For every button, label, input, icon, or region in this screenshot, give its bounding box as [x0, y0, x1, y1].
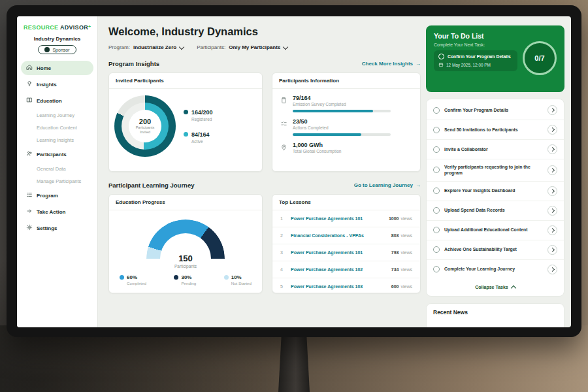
education-progress-card: Education Progress 150 Participants [108, 194, 263, 293]
legend-item: 60% Completed [120, 274, 146, 286]
lesson-row[interactable]: 3 Power Purchase Agreements 101 793views [272, 244, 420, 261]
program-dropdown[interactable]: Program: Industrialize Zero [108, 44, 184, 50]
task-row[interactable]: Upload Spend Data Records [427, 201, 564, 221]
task-row[interactable]: Confirm Your Program Details [427, 101, 564, 120]
task-label: Complete Your Learning Journey [444, 266, 543, 272]
lesson-row[interactable]: 4 Power Purchase Agreements 102 734views [272, 261, 420, 278]
todo-progress-value: 0/7 [534, 54, 544, 62]
legend-label: Registered [191, 117, 213, 122]
task-checkbox[interactable] [433, 167, 440, 173]
task-checkbox[interactable] [433, 107, 440, 114]
program-filter-value: Industrialize Zero [133, 44, 176, 50]
lesson-link[interactable]: Power Purchase Agreements 101 [291, 250, 386, 255]
sidebar-item-label: Education [37, 98, 62, 104]
lesson-link[interactable]: Financial Considerations - VPPAs [291, 233, 386, 238]
lesson-link[interactable]: Power Purchase Agreements 102 [291, 267, 386, 272]
legend-value: 164/200 [191, 109, 213, 116]
task-chevron-button[interactable] [547, 186, 557, 196]
next-task-box[interactable]: Confirm Your Program Details 12 May 2025… [434, 50, 517, 71]
task-chevron-button[interactable] [547, 265, 557, 274]
collapse-tasks-button[interactable]: Collapse Tasks [427, 279, 564, 295]
lesson-row[interactable]: 2 Financial Considerations - VPPAs 803vi… [272, 227, 420, 244]
chevron-right-icon [549, 189, 554, 193]
sponsor-label: Sponsor [52, 48, 69, 52]
sidebar-item-general-data[interactable]: General Data [21, 163, 93, 174]
arrow-right-icon: → [416, 61, 421, 67]
task-row[interactable]: Explore Your Insights Dashboard [427, 182, 564, 201]
book-icon [26, 97, 33, 105]
task-chevron-button[interactable] [547, 165, 557, 175]
sidebar-item-manage-participants[interactable]: Manage Participants [21, 176, 93, 187]
task-row[interactable]: Send 50 Invitations to Participants [427, 120, 564, 140]
stat-row: 79/164 Emission Survey Completed [272, 89, 420, 112]
lesson-views-label: views [400, 216, 412, 221]
go-to-learning-journey-link[interactable]: Go to Learning Journey → [354, 182, 421, 188]
task-label: Invite a Collaborator [444, 146, 543, 152]
task-checkbox[interactable] [433, 127, 440, 133]
sidebar-item-take-action[interactable]: Take Action [21, 204, 93, 219]
invited-donut-inner-ring: 200 Participants Invited [122, 103, 169, 150]
stat-value: 79/164 [293, 95, 391, 101]
task-chevron-button[interactable] [547, 105, 557, 115]
lesson-row[interactable]: 5 Power Purchase Agreements 103 600views [272, 278, 420, 295]
stat-row: 1,000 GWh Total Global Consumption [272, 136, 420, 154]
sidebar-item-label: Home [37, 65, 51, 71]
main-content: Welcome, Industry Dynamics Program: Indu… [108, 16, 421, 293]
invited-center-value: 200 [139, 118, 151, 125]
lesson-row[interactable]: 1 Power Purchase Agreements 101 1000view… [272, 210, 420, 227]
lesson-rank: 3 [280, 250, 286, 255]
check-more-insights-link[interactable]: Check More Insights → [362, 61, 421, 67]
task-chevron-button[interactable] [547, 125, 557, 135]
task-checkbox[interactable] [433, 146, 440, 153]
task-chevron-button[interactable] [547, 144, 557, 154]
sidebar-item-participants[interactable]: Participants [21, 147, 93, 161]
sidebar-item-learning-journey[interactable]: Learning Journey [21, 110, 93, 121]
participants-dropdown[interactable]: Participants: Only My Participants [197, 44, 287, 50]
education-gauge: 150 Participants [146, 220, 225, 259]
task-checkbox[interactable] [433, 266, 440, 272]
task-row[interactable]: Achieve One Sustainability Target [427, 240, 564, 260]
task-checkbox[interactable] [433, 246, 440, 253]
card-title: Education Progress [109, 195, 262, 210]
participants-filter-value: Only My Participants [229, 44, 280, 50]
sidebar-item-program[interactable]: Program [21, 188, 93, 203]
stat-label: Total Global Consumption [293, 149, 341, 154]
stat-value: 1,000 GWh [293, 142, 341, 148]
lesson-views: 793 [391, 250, 399, 255]
task-checkbox[interactable] [438, 54, 444, 59]
legend-value: 30% [181, 274, 191, 280]
task-chevron-button[interactable] [547, 206, 557, 216]
sidebar-item-label: Settings [37, 225, 57, 231]
invited-donut-ring: 200 Participants Invited [114, 95, 176, 157]
recent-news-card: Recent News [426, 303, 564, 327]
legend-label: Pending [181, 281, 196, 286]
task-label: Achieve One Sustainability Target [444, 246, 543, 252]
sidebar-item-education[interactable]: Education [21, 93, 93, 108]
chevron-right-icon [549, 147, 554, 152]
sidebar-item-home[interactable]: Home [21, 61, 93, 75]
sidebar: RESOURCE ADVISOR+ Industry Dynamics Spon… [17, 16, 98, 327]
lesson-link[interactable]: Power Purchase Agreements 103 [291, 284, 386, 289]
legend-label: Active [191, 139, 213, 144]
org-name: Industry Dynamics [17, 36, 97, 42]
sidebar-item-learning-insights[interactable]: Learning Insights [21, 135, 93, 146]
card-title: Invited Participants [109, 73, 262, 89]
task-row[interactable]: Verify participants requesting to join t… [427, 159, 564, 182]
link-label: Go to Learning Journey [354, 182, 413, 188]
sidebar-item-insights[interactable]: Insights [21, 77, 93, 91]
task-row[interactable]: Complete Your Learning Journey [427, 260, 564, 279]
lesson-link[interactable]: Power Purchase Agreements 101 [291, 216, 384, 221]
task-chevron-button[interactable] [547, 245, 557, 255]
sidebar-item-education-content[interactable]: Education Content [21, 122, 93, 133]
task-checkbox[interactable] [433, 207, 440, 214]
task-checkbox[interactable] [433, 227, 440, 233]
legend-item: 164/200 Registered [184, 109, 213, 122]
task-row[interactable]: Invite a Collaborator [427, 140, 564, 159]
task-checkbox[interactable] [433, 188, 440, 194]
logo-resource: RESOURCE [24, 24, 58, 31]
legend-value: 60% [127, 274, 137, 280]
task-chevron-button[interactable] [547, 225, 557, 235]
task-row[interactable]: Upload Additional Educational Content [427, 221, 564, 240]
sidebar-item-settings[interactable]: Settings [21, 221, 93, 235]
legend-dot [174, 275, 178, 280]
